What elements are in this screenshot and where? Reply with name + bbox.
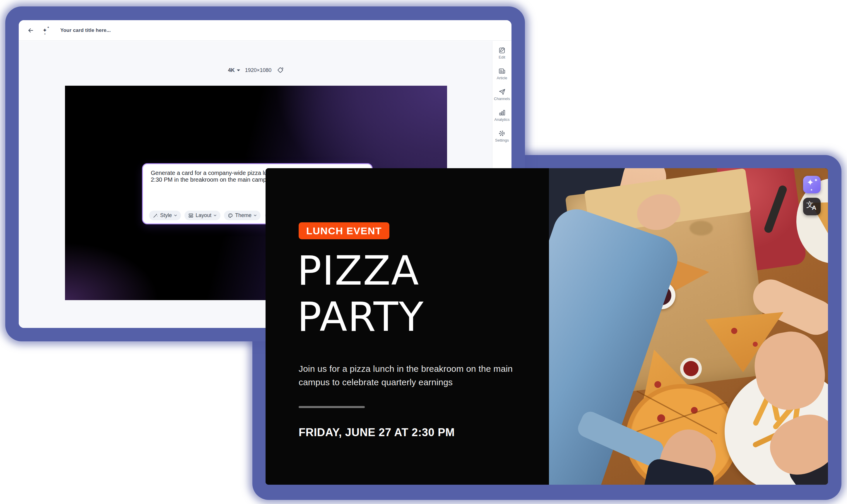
theme-palette-icon <box>228 213 233 218</box>
edit-icon <box>498 47 506 54</box>
card-title-line1: PIZZA <box>297 248 424 294</box>
back-arrow-icon[interactable] <box>27 26 35 34</box>
theme-dropdown[interactable]: Theme <box>224 211 261 220</box>
prompt-actions: Style Layout Theme + <box>149 211 275 220</box>
layout-grid-icon <box>188 213 193 218</box>
card-title-line2: PARTY <box>297 294 424 340</box>
chevron-down-icon <box>174 214 177 216</box>
settings-icon <box>498 130 506 137</box>
photo-sauce-cup-shape <box>680 358 702 379</box>
card-title-input[interactable]: Your card title here... <box>60 28 111 33</box>
translate-icon-latin: A <box>812 204 816 211</box>
canvas-size-row: 4K 1920×1080 <box>65 67 447 74</box>
card-divider <box>299 406 365 408</box>
card-text-panel: LUNCH EVENT PIZZA PARTY Join us for a pi… <box>265 168 549 485</box>
dropdown-caret-icon <box>237 69 240 71</box>
sidebar-item-edit[interactable]: Edit <box>498 47 506 59</box>
layout-dropdown[interactable]: Layout <box>185 211 221 220</box>
photo-grease-stain <box>690 221 713 235</box>
sidebar-item-settings[interactable]: Settings <box>495 130 509 142</box>
article-icon <box>498 67 506 75</box>
pizza-party-photo <box>549 168 828 485</box>
channels-icon <box>498 88 506 96</box>
style-dropdown[interactable]: Style <box>149 211 181 220</box>
sparkles-icon[interactable]: ✦ ✦ ✦ <box>41 26 49 34</box>
chevron-down-icon <box>254 214 257 216</box>
chevron-down-icon <box>213 214 217 216</box>
ai-sparkle-icon-small: ✦ <box>814 178 818 183</box>
resolution-dropdown[interactable]: 4K <box>228 67 240 73</box>
canvas-dimensions: 1920×1080 <box>245 67 272 73</box>
sidebar-item-channels[interactable]: Channels <box>494 88 510 101</box>
card-title: PIZZA PARTY <box>297 248 424 340</box>
analytics-icon <box>498 109 506 116</box>
sidebar-item-analytics[interactable]: Analytics <box>494 109 509 122</box>
generated-card-preview: LUNCH EVENT PIZZA PARTY Join us for a pi… <box>265 168 828 485</box>
editor-toolbar: ✦ ✦ ✦ Your card title here... <box>19 20 512 41</box>
rotate-canvas-icon[interactable] <box>277 67 284 74</box>
magic-wand-icon <box>153 213 158 218</box>
card-description: Join us for a pizza lunch in the breakro… <box>299 362 517 389</box>
card-datetime: FRIDAY, JUNE 27 AT 2:30 PM <box>299 426 455 439</box>
sidebar-item-article[interactable]: Article <box>497 67 507 80</box>
translate-button[interactable]: 文 A <box>803 198 820 215</box>
ai-sparkle-icon-tiny: ✦ <box>810 188 813 192</box>
ai-sparkle-button[interactable]: ✦ ✦ ✦ <box>803 176 820 193</box>
ai-sparkle-icon: ✦ <box>807 180 814 185</box>
event-badge: LUNCH EVENT <box>299 222 390 239</box>
